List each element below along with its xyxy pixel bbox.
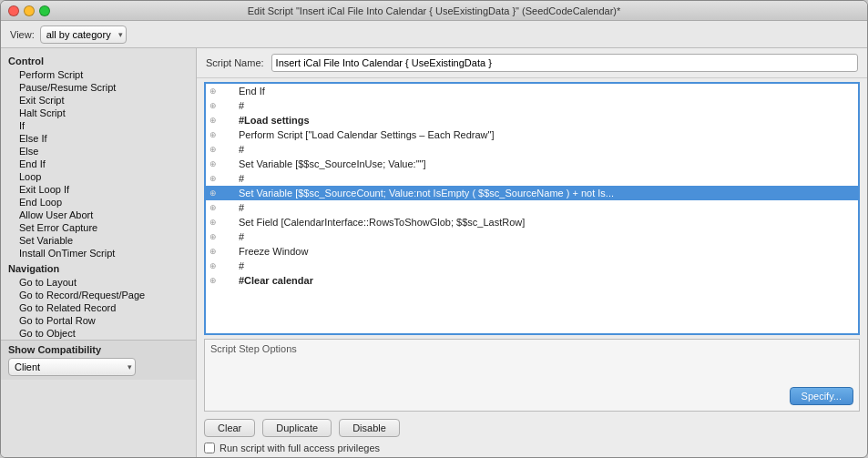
show-compat-label: Show Compatibility [8, 344, 189, 355]
sidebar-item-end-loop[interactable]: End Loop [1, 196, 196, 209]
script-line[interactable]: ⊕#Load settings [206, 113, 858, 127]
script-name-bar: Script Name: [197, 48, 867, 78]
script-line[interactable]: ⊕#Clear calendar [206, 273, 858, 288]
drag-handle-icon: ⊕ [209, 87, 220, 96]
drag-handle-icon: ⊕ [209, 261, 220, 270]
sidebar-bottom: Show Compatibility Client [1, 340, 196, 380]
drag-handle-icon: ⊕ [209, 116, 220, 125]
sidebar-item-if[interactable]: If [1, 119, 196, 132]
script-line-text: #Clear calendar [239, 275, 854, 286]
close-button[interactable] [8, 5, 19, 16]
script-name-label: Script Name: [206, 57, 264, 68]
bottom-buttons: Clear Duplicate Disable [197, 415, 867, 441]
drag-handle-icon: ⊕ [209, 145, 220, 154]
titlebar: Edit Script "Insert iCal File Into Calen… [1, 1, 867, 21]
drag-handle-icon: ⊕ [209, 159, 220, 168]
script-line[interactable]: ⊕Freeze Window [206, 244, 858, 259]
right-panel: Script Name: ⊕End If⊕#⊕#Load settings⊕Pe… [197, 48, 867, 457]
script-line-text: # [239, 202, 854, 213]
sidebar-item-allow-user-abort[interactable]: Allow User Abort [1, 209, 196, 221]
sidebar-item-set-variable[interactable]: Set Variable [1, 234, 196, 247]
sidebar-item-pause-resume[interactable]: Pause/Resume Script [1, 81, 196, 94]
script-line[interactable]: ⊕Set Variable [$$sc_SourceInUse; Value:"… [206, 157, 858, 171]
script-line-text: # [239, 173, 854, 184]
view-label: View: [10, 29, 35, 40]
script-line[interactable]: ⊕# [206, 259, 858, 273]
script-line-text: Set Variable [$$sc_SourceInUse; Value:""… [239, 158, 854, 169]
script-line[interactable]: ⊕# [206, 171, 858, 186]
drag-handle-icon: ⊕ [209, 101, 220, 110]
drag-handle-icon: ⊕ [209, 174, 220, 183]
checkbox-row: Run script with full access privileges [197, 441, 867, 457]
sidebar-section-control: Control [1, 52, 196, 68]
sidebar: Control Perform Script Pause/Resume Scri… [1, 48, 197, 457]
sidebar-section-navigation: Navigation [1, 260, 196, 276]
compat-select-wrapper[interactable]: Client [8, 358, 136, 376]
sidebar-item-exit-loop-if[interactable]: Exit Loop If [1, 183, 196, 196]
drag-handle-icon: ⊕ [209, 232, 220, 241]
sidebar-item-set-error-capture[interactable]: Set Error Capture [1, 221, 196, 234]
sidebar-item-install-ontimer[interactable]: Install OnTimer Script [1, 247, 196, 260]
script-line[interactable]: ⊕# [206, 98, 858, 113]
script-line-text: End If [239, 86, 854, 97]
view-select-wrapper[interactable]: all by category all by name favorites [40, 25, 127, 44]
sidebar-item-go-to-object[interactable]: Go to Object [1, 327, 196, 340]
sidebar-item-go-to-record[interactable]: Go to Record/Request/Page [1, 289, 196, 301]
drag-handle-icon: ⊕ [209, 203, 220, 212]
main-content: Control Perform Script Pause/Resume Scri… [1, 48, 867, 457]
sidebar-item-halt-script[interactable]: Halt Script [1, 107, 196, 119]
script-line[interactable]: ⊕Perform Script ["Load Calendar Settings… [206, 127, 858, 142]
full-access-label: Run script with full access privileges [220, 443, 380, 453]
sidebar-item-go-to-portal[interactable]: Go to Portal Row [1, 314, 196, 327]
toolbar: View: all by category all by name favori… [1, 21, 867, 48]
script-line-text: Freeze Window [239, 246, 854, 257]
script-line-text: Set Variable [$$sc_SourceCount; Value:no… [239, 188, 854, 198]
maximize-button[interactable] [39, 5, 50, 16]
script-line[interactable]: ⊕Set Field [CalendarInterface::RowsToSho… [206, 215, 858, 229]
sidebar-item-loop[interactable]: Loop [1, 170, 196, 183]
script-line-text: # [239, 144, 854, 155]
sidebar-item-perform-script[interactable]: Perform Script [1, 68, 196, 81]
script-line-text: # [239, 231, 854, 242]
duplicate-button[interactable]: Duplicate [262, 419, 332, 437]
script-line-text: #Load settings [239, 115, 854, 126]
script-line-text: # [239, 260, 854, 271]
script-line[interactable]: ⊕# [206, 142, 858, 157]
script-area[interactable]: ⊕End If⊕#⊕#Load settings⊕Perform Script … [204, 82, 860, 335]
sidebar-item-else-if[interactable]: Else If [1, 132, 196, 145]
specify-button[interactable]: Specify... [790, 387, 853, 405]
script-name-input[interactable] [271, 54, 858, 72]
disable-button[interactable]: Disable [339, 419, 400, 437]
sidebar-item-go-to-layout[interactable]: Go to Layout [1, 276, 196, 289]
script-line-text: Perform Script ["Load Calendar Settings … [239, 129, 854, 140]
window-title: Edit Script "Insert iCal File Into Calen… [248, 5, 621, 16]
script-line[interactable]: ⊕Set Variable [$$sc_SourceCount; Value:n… [206, 186, 858, 200]
script-line-text: Set Field [CalendarInterface::RowsToShow… [239, 217, 854, 228]
compat-select[interactable]: Client [8, 358, 136, 376]
drag-handle-icon: ⊕ [209, 130, 220, 139]
script-line[interactable]: ⊕# [206, 229, 858, 244]
main-window: Edit Script "Insert iCal File Into Calen… [0, 0, 868, 458]
script-step-options-label: Script Step Options [210, 343, 297, 354]
drag-handle-icon: ⊕ [209, 276, 220, 285]
view-select[interactable]: all by category all by name favorites [40, 25, 127, 44]
titlebar-buttons [8, 5, 50, 16]
sidebar-item-else[interactable]: Else [1, 145, 196, 158]
clear-button[interactable]: Clear [204, 419, 255, 437]
minimize-button[interactable] [24, 5, 35, 16]
sidebar-item-exit-script[interactable]: Exit Script [1, 94, 196, 107]
drag-handle-icon: ⊕ [209, 188, 220, 198]
script-line[interactable]: ⊕End If [206, 84, 858, 98]
full-access-checkbox[interactable] [204, 443, 215, 453]
drag-handle-icon: ⊕ [209, 218, 220, 227]
script-step-options-area: Script Step Options Specify... [204, 339, 860, 412]
sidebar-item-end-if[interactable]: End If [1, 158, 196, 170]
script-line[interactable]: ⊕# [206, 200, 858, 215]
drag-handle-icon: ⊕ [209, 247, 220, 256]
script-line-text: # [239, 100, 854, 111]
sidebar-item-go-to-related[interactable]: Go to Related Record [1, 301, 196, 314]
